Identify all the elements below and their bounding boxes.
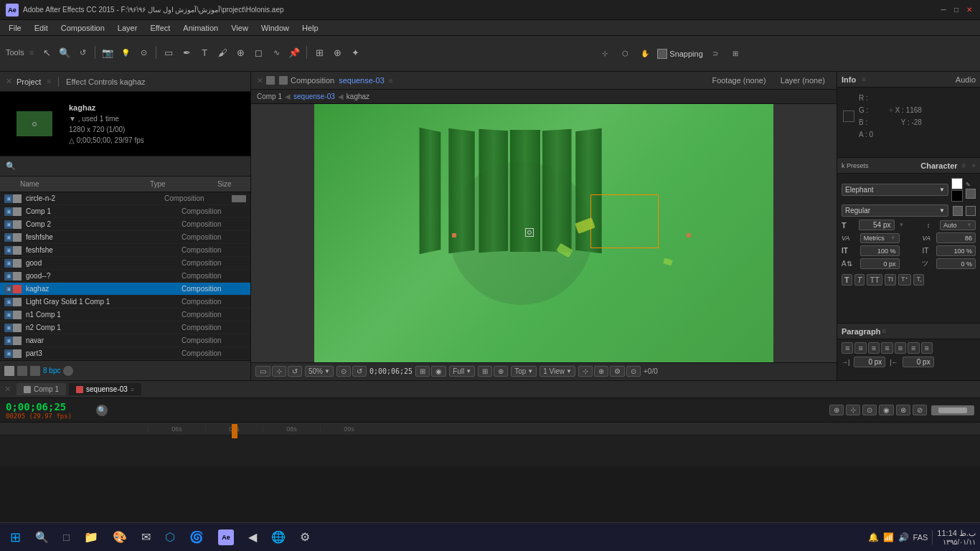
bold-btn[interactable]: T [842, 274, 852, 286]
align-left[interactable]: ≡ [842, 342, 853, 354]
align-justify2[interactable]: ≡ [895, 342, 906, 354]
font-name-dropdown[interactable]: Elephant ▼ [842, 184, 948, 196]
browser-btn[interactable]: 🌐 [265, 526, 291, 549]
rotate-tool[interactable]: ↺ [75, 44, 90, 60]
list-item[interactable]: ▣ part3 Composition [0, 347, 250, 360]
viewer-btn13[interactable]: ⊙ [626, 366, 641, 377]
para-menu[interactable]: ≡ [882, 327, 886, 335]
rect-tool[interactable]: ▭ [161, 44, 176, 60]
info-menu[interactable]: ≡ [862, 75, 866, 83]
viewer-btn4[interactable]: ⊙ [336, 366, 351, 377]
list-item[interactable]: ▣ good--? Composition [0, 270, 250, 283]
viewer-btn11[interactable]: ⊕ [594, 366, 608, 377]
viewer-btn10[interactable]: ⊹ [578, 366, 593, 377]
scale-v-input[interactable]: 100 % [936, 245, 976, 256]
menu-effect[interactable]: Effect [144, 22, 176, 34]
project-menu[interactable]: ≡ [47, 77, 51, 85]
menu-window[interactable]: Window [255, 22, 295, 34]
list-item-selected[interactable]: ▣ kaghaz Composition [0, 283, 250, 296]
layer-tab[interactable]: Layer (none) [781, 76, 825, 85]
ae-taskbar-btn[interactable]: Ae [212, 526, 240, 549]
breadcrumb-seq[interactable]: sequense-03 [293, 93, 335, 100]
list-item[interactable]: ▣ n1 Comp 1 Composition [0, 309, 250, 321]
italic-btn[interactable]: T [854, 274, 865, 286]
style-icon-btn[interactable] [966, 206, 976, 216]
tl-btn6[interactable]: ⊘ [913, 405, 927, 415]
task-view[interactable]: □ [57, 526, 75, 549]
list-item[interactable]: ▣ n2 Comp 1 Composition [0, 321, 250, 334]
menu-layer[interactable]: Layer [112, 22, 143, 34]
tool-extra1[interactable]: ⊞ [311, 44, 327, 60]
brush-tool[interactable]: 🖌 [215, 44, 230, 60]
select-tool[interactable]: ↖ [39, 44, 55, 60]
menu-animation[interactable]: Animation [177, 22, 224, 34]
align-justify3[interactable]: ≡ [908, 342, 919, 354]
view-count-dropdown[interactable]: 1 View ▼ [540, 366, 575, 377]
char-menu[interactable]: ≡ [962, 161, 966, 169]
menu-view[interactable]: View [225, 22, 254, 34]
cam-tool[interactable]: 📷 [100, 44, 116, 60]
tool-extra2[interactable]: ⊕ [329, 44, 345, 60]
tab-comp1[interactable]: Comp 1 [17, 383, 66, 395]
grid-tool[interactable]: ⊞ [727, 46, 743, 62]
font-size-input[interactable]: 54 px [859, 220, 895, 230]
comp-menu[interactable]: ≡ [389, 77, 393, 85]
viewer-btn7[interactable]: ◉ [431, 366, 446, 377]
paint-btn[interactable]: 🎨 [107, 526, 133, 549]
tl-btn2[interactable]: ⊹ [846, 405, 860, 415]
breadcrumb-kaghaz[interactable]: kaghaz [347, 93, 369, 100]
view-dropdown[interactable]: Top ▼ [511, 366, 537, 377]
text-tool[interactable]: T [197, 44, 212, 60]
viewer-btn9[interactable]: ⊕ [494, 366, 508, 377]
tool-extra3[interactable]: ✦ [347, 44, 363, 60]
align-right[interactable]: ≡ [868, 342, 880, 354]
indent-left-input[interactable]: 0 px [854, 357, 885, 367]
search-taskbar[interactable]: 🔍 [29, 526, 55, 549]
list-item[interactable]: ▣ circle-n-2 Composition [0, 192, 250, 205]
search-input[interactable] [19, 162, 245, 171]
align-center[interactable]: ≡ [854, 342, 866, 354]
align-justify[interactable]: ≡ [881, 342, 892, 354]
viewer-btn8[interactable]: ⊞ [478, 366, 492, 377]
clone-tool[interactable]: ⊕ [232, 44, 248, 60]
maximize-button[interactable]: □ [951, 5, 961, 15]
tl-btn4[interactable]: ◉ [879, 405, 894, 415]
hand-tool[interactable]: ✋ [637, 46, 653, 62]
media-btn[interactable]: ◀ [242, 526, 263, 549]
roto-tool[interactable]: ∿ [268, 44, 284, 60]
stroke-color[interactable] [951, 190, 963, 202]
baseline-input[interactable]: 0 px [860, 258, 900, 269]
snapping-checkbox[interactable] [657, 49, 667, 59]
leading-input[interactable]: Auto ▼ [940, 220, 976, 230]
comp-close[interactable]: ✕ [257, 76, 263, 85]
tsumi-input[interactable]: 0 % [936, 258, 976, 269]
footage-tab[interactable]: Footage (none) [712, 76, 765, 85]
snapping-option[interactable]: Snapping [657, 49, 703, 59]
explorer-btn[interactable]: 📁 [78, 526, 104, 549]
tab-sequense03[interactable]: sequense-03 ≡ [69, 383, 141, 395]
timeline-bar[interactable] [931, 405, 974, 415]
eraser-tool[interactable]: ◻ [250, 44, 266, 60]
zoom-tool[interactable]: 🔍 [57, 44, 72, 60]
list-item[interactable]: ▣ Comp 2 Composition [0, 218, 250, 231]
zoom-dropdown[interactable]: 50% ▼ [305, 366, 334, 377]
tl-btn5[interactable]: ⊗ [896, 405, 910, 415]
timeline-close[interactable]: ✕ [4, 385, 11, 394]
close-button[interactable]: ✕ [964, 5, 974, 15]
menu-file[interactable]: File [3, 22, 27, 34]
indent-right-input[interactable]: 0 px [903, 357, 934, 367]
align-last[interactable]: ≡ [921, 342, 933, 354]
search-timeline[interactable]: 🔍 [96, 405, 108, 416]
anchor-tool[interactable]: ⊹ [597, 46, 613, 62]
effect-controls-label[interactable]: Effect Controls kaghaz [66, 77, 145, 86]
kerning-input[interactable]: 86 [936, 232, 976, 243]
super-btn[interactable]: T⁺ [898, 274, 912, 286]
list-item[interactable]: ▣ Comp 1 Composition [0, 205, 250, 218]
viewer-btn1[interactable]: ▭ [255, 366, 270, 377]
scale-h-input[interactable]: 100 % [860, 245, 900, 256]
list-item[interactable]: ▣ feshfshe Composition [0, 231, 250, 244]
mail-btn[interactable]: ✉ [136, 526, 156, 549]
titlebar-controls[interactable]: ─ □ ✕ [938, 5, 974, 15]
move-tool[interactable]: ⬡ [617, 46, 633, 62]
sub-btn[interactable]: T, [913, 274, 924, 286]
